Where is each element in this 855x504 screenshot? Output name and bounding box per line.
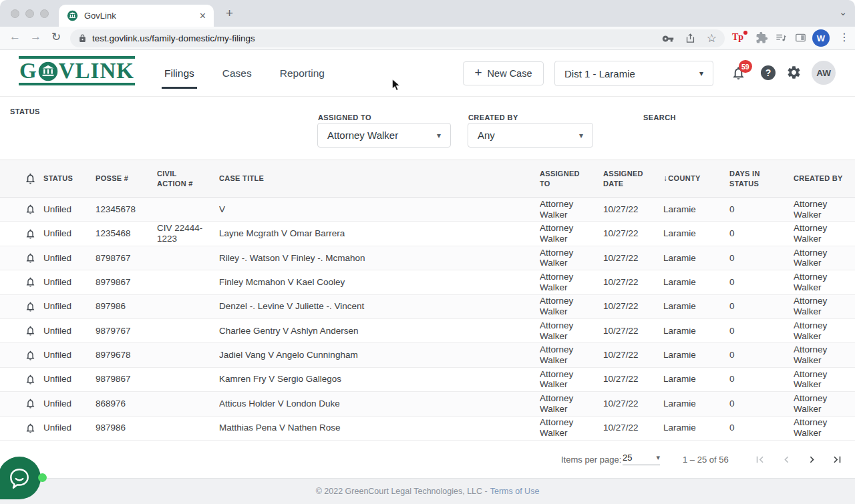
table-row[interactable]: Unfiled 8979867 Finley Mcmahon V Kael Co…	[0, 270, 855, 294]
row-bell-icon[interactable]	[25, 252, 36, 264]
table-row[interactable]: Unfiled 987986 Matthias Pena V Nathen Ro…	[0, 417, 855, 441]
cell-assigned-to: Attorney Walker	[540, 320, 603, 342]
row-bell-icon[interactable]	[25, 204, 36, 215]
browser-tab[interactable]: GovLink ×	[59, 5, 214, 27]
cell-created-by: Attorney Walker	[794, 248, 855, 269]
browser-profile-avatar[interactable]: W	[812, 29, 830, 47]
window-zoom-button[interactable]	[40, 9, 49, 18]
col-status[interactable]: STATUS	[43, 174, 96, 184]
reload-icon[interactable]: ↻	[51, 30, 61, 44]
user-avatar[interactable]: AW	[812, 61, 836, 85]
assigned-to-label: ASSIGNED TO	[318, 113, 371, 121]
cell-county: Laramie	[663, 350, 729, 360]
share-icon[interactable]	[685, 33, 696, 44]
side-panel-icon[interactable]	[794, 31, 807, 44]
district-select[interactable]: Dist 1 - Laramie ▾	[554, 61, 713, 86]
col-created-by[interactable]: CREATED BY	[794, 174, 855, 184]
key-icon[interactable]	[662, 33, 674, 45]
cell-days-in-status: 0	[729, 253, 794, 264]
assigned-to-select[interactable]: Attorney Walker ▾	[317, 123, 451, 148]
window-controls	[11, 9, 49, 18]
row-bell-icon[interactable]	[25, 228, 36, 240]
tab-close-icon[interactable]: ×	[200, 11, 206, 21]
new-case-button[interactable]: + New Case	[463, 61, 544, 85]
cell-days-in-status: 0	[729, 204, 794, 215]
bookmark-star-icon[interactable]: ☆	[707, 31, 717, 45]
col-assigned-to[interactable]: ASSIGNED TO	[540, 169, 603, 189]
table-row[interactable]: Unfiled 9879867 Kamren Fry V Sergio Gall…	[0, 368, 855, 392]
col-posse[interactable]: POSSE #	[96, 174, 157, 184]
cell-created-by: Attorney Walker	[794, 320, 855, 342]
tp-extension-icon[interactable]: Tp	[732, 32, 743, 43]
window-minimize-button[interactable]	[25, 9, 34, 18]
browser-tab-strip: GovLink × + ⌄	[0, 0, 855, 27]
col-case-title[interactable]: CASE TITLE	[219, 174, 540, 184]
lock-icon	[78, 34, 87, 43]
items-per-page-value: 25	[623, 453, 632, 463]
url-bar[interactable]: test.govlink.us/family-domestic/my-filin…	[70, 29, 725, 47]
cell-county: Laramie	[663, 204, 729, 215]
col-assigned-date[interactable]: ASSIGNED DATE	[603, 169, 663, 189]
table-row[interactable]: Unfiled 8979678 Jadiel Vang V Angelo Cun…	[0, 343, 855, 367]
chat-widget-button[interactable]	[0, 457, 41, 499]
tab-reporting[interactable]: Reporting	[280, 50, 325, 97]
tab-filings[interactable]: Filings	[164, 50, 194, 97]
forward-icon[interactable]: →	[30, 30, 41, 43]
cell-status: Unfiled	[43, 277, 96, 288]
pagination-range: 1 – 25 of 56	[683, 455, 729, 465]
cell-assigned-to: Attorney Walker	[540, 344, 603, 366]
cell-assigned-to: Attorney Walker	[540, 248, 603, 269]
settings-gear-icon[interactable]	[786, 65, 802, 83]
cell-days-in-status: 0	[729, 399, 794, 409]
browser-toolbar: ← → ↻ test.govlink.us/family-domestic/my…	[0, 27, 855, 50]
table-body: Unfiled 12345678 V Attorney Walker 10/27…	[0, 198, 855, 441]
col-county[interactable]: ↓COUNTY	[663, 173, 729, 184]
cell-posse: 8798767	[96, 253, 157, 264]
first-page-icon[interactable]	[753, 453, 766, 466]
table-row[interactable]: Unfiled 9879767 Charlee Gentry V Ashlyn …	[0, 319, 855, 343]
terms-of-use-link[interactable]: Terms of Use	[490, 487, 540, 496]
last-page-icon[interactable]	[831, 453, 844, 466]
cell-assigned-to: Attorney Walker	[540, 393, 603, 415]
back-icon[interactable]: ←	[9, 30, 21, 43]
cell-case-title: Finley Mcmahon V Kael Cooley	[219, 277, 540, 288]
col-days-in-status[interactable]: DAYS IN STATUS	[729, 169, 794, 189]
cell-days-in-status: 0	[729, 277, 794, 288]
row-bell-icon[interactable]	[25, 423, 36, 434]
window-close-button[interactable]	[11, 9, 19, 18]
previous-page-icon[interactable]	[780, 453, 793, 466]
cell-created-by: Attorney Walker	[794, 393, 855, 415]
row-bell-icon[interactable]	[25, 350, 36, 361]
created-by-select[interactable]: Any ▾	[468, 123, 593, 148]
row-bell-icon[interactable]	[25, 398, 36, 409]
table-row[interactable]: Unfiled 897986 Denzel -. Levine V Juliet…	[0, 295, 855, 319]
table-row[interactable]: Unfiled 12345678 V Attorney Walker 10/27…	[0, 198, 855, 222]
chevron-down-icon: ▾	[699, 69, 703, 78]
playlist-icon[interactable]	[775, 31, 788, 44]
cell-created-by: Attorney Walker	[794, 223, 855, 244]
govlink-logo[interactable]: G VLINK	[19, 56, 135, 85]
cell-assigned-date: 10/27/22	[603, 423, 663, 433]
browser-menu-icon[interactable]: ⋮	[839, 31, 850, 43]
help-icon[interactable]: ?	[761, 65, 776, 80]
row-bell-icon[interactable]	[25, 276, 36, 288]
cell-created-by: Attorney Walker	[794, 199, 855, 220]
cell-status: Unfiled	[43, 350, 96, 360]
tab-cases[interactable]: Cases	[222, 50, 252, 97]
tab-search-chevron-icon[interactable]: ⌄	[839, 7, 847, 17]
table-row[interactable]: Unfiled 1235468 CIV 22444-1223 Layne Mcg…	[0, 222, 855, 246]
table-row[interactable]: Unfiled 868976 Atticus Holder V London D…	[0, 392, 855, 416]
next-page-icon[interactable]	[806, 453, 818, 466]
row-bell-icon[interactable]	[25, 374, 36, 385]
cell-county: Laramie	[663, 277, 729, 288]
extensions-puzzle-icon[interactable]	[755, 31, 768, 44]
col-civil-action[interactable]: CIVIL ACTION #	[157, 169, 219, 189]
cell-status: Unfiled	[43, 204, 96, 215]
items-per-page-select[interactable]: 25 ▾	[623, 453, 660, 465]
table-row[interactable]: Unfiled 8798767 Riley -. Watson V Finley…	[0, 246, 855, 270]
row-bell-icon[interactable]	[25, 325, 36, 336]
new-tab-button[interactable]: +	[226, 7, 233, 19]
row-bell-icon[interactable]	[25, 301, 36, 312]
cell-assigned-to: Attorney Walker	[540, 223, 603, 244]
cell-assigned-date: 10/27/22	[603, 399, 663, 409]
